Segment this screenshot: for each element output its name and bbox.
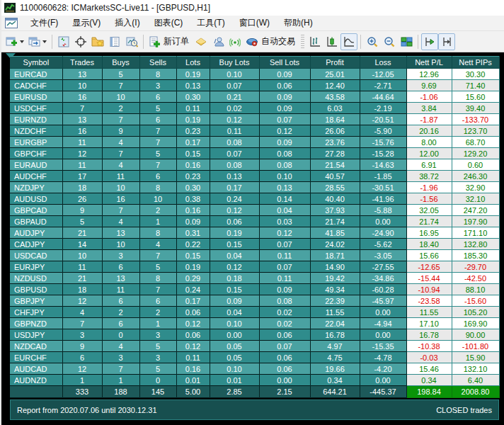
value-cell: 17.10 <box>406 318 452 329</box>
col-symbol[interactable]: Symbol <box>10 57 62 69</box>
col-nett-pl[interactable]: Nett P/L <box>406 57 452 69</box>
new-order-button[interactable]: 新订单 <box>147 33 193 50</box>
value-cell: 0.16 <box>176 159 210 171</box>
table-row[interactable]: AUDCHF171160.230.130.1040.57-1.8538.7224… <box>10 171 499 182</box>
value-cell: 0.07 <box>210 148 259 159</box>
value-cell: 22.39 <box>310 295 360 307</box>
table-row[interactable]: USDCHF7250.110.020.096.03-2.193.8439.40 <box>10 103 499 114</box>
table-row[interactable]: AUDUSD2616100.380.240.1440.40-41.96-1.56… <box>10 193 499 205</box>
value-cell: 38.72 <box>406 171 452 182</box>
value-cell: 0.02 <box>210 103 259 114</box>
community-button[interactable] <box>210 33 227 50</box>
navigator-button[interactable] <box>89 33 106 50</box>
table-row[interactable]: EURAUD11470.160.080.0821.54-14.636.910.6… <box>10 159 499 171</box>
col-lots[interactable]: Lots <box>176 57 210 69</box>
table-row[interactable]: GBPNZD7610.120.100.0222.04-4.9417.10169.… <box>10 318 499 329</box>
table-row[interactable]: CHFJPY4220.060.040.0211.550.0011.55105.2… <box>10 307 499 318</box>
menu-help[interactable]: 帮助(H) <box>277 16 320 30</box>
metaeditor-button[interactable] <box>193 33 210 50</box>
value-cell: 0.08 <box>210 159 259 171</box>
col-buy-lots[interactable]: Buy Lots <box>210 57 259 69</box>
table-row[interactable]: NZDCAD9450.120.050.074.97-15.35-10.38-10… <box>10 341 499 352</box>
menu-window[interactable]: 窗口(W) <box>232 16 277 30</box>
value-cell: 9.69 <box>406 80 452 91</box>
table-row[interactable]: EURNZD13760.190.120.0718.64-20.51-1.87-1… <box>10 114 499 125</box>
table-row[interactable]: USDJPY3030.060.000.0616.780.0016.7890.00 <box>10 329 499 341</box>
value-cell: 4.75 <box>310 352 360 363</box>
col-profit[interactable]: Profit <box>310 57 360 69</box>
zoom-out-button[interactable] <box>381 33 398 50</box>
table-row[interactable]: GBPCHF12750.150.070.0827.28-15.2812.0012… <box>10 148 499 159</box>
signals-button[interactable] <box>227 33 244 50</box>
col-loss[interactable]: Loss <box>360 57 406 69</box>
profiles-button[interactable] <box>26 33 49 50</box>
line-chart-button[interactable] <box>340 33 357 50</box>
value-cell: -34.86 <box>360 273 406 284</box>
table-row[interactable]: USDCAD10370.150.040.1118.71-3.0515.66185… <box>10 250 499 261</box>
value-cell: -42.50 <box>452 273 499 284</box>
table-row[interactable]: EURUSD161060.300.210.0943.58-44.64-1.061… <box>10 91 499 103</box>
table-row[interactable]: CADCHF10730.130.070.0612.40-2.719.6971.4… <box>10 80 499 91</box>
value-cell: 6.03 <box>310 103 360 114</box>
value-cell: -4.20 <box>360 363 406 375</box>
table-row[interactable]: CADJPY141040.220.150.0724.02-5.6218.4013… <box>10 239 499 250</box>
table-row[interactable]: GBPUSD181170.240.150.0949.34-60.28-10.94… <box>10 284 499 295</box>
value-cell: 0.04 <box>210 307 259 318</box>
col-sell-lots[interactable]: Sell Lots <box>259 57 310 69</box>
totals-row: 3331881455.002.852.15644.21-445.37198.84… <box>10 386 499 398</box>
table-row[interactable]: EURGBP11470.170.080.0923.76-15.768.0068.… <box>10 137 499 148</box>
menu-tools[interactable]: 工具(T) <box>190 16 231 30</box>
statistics-panel: Symbol Trades Buys Sells Lots Buy Lots S… <box>10 56 499 420</box>
col-trades[interactable]: Trades <box>62 57 102 69</box>
table-row[interactable]: EURJPY11650.190.120.0714.90-27.55-12.65-… <box>10 261 499 273</box>
table-row[interactable]: AUDJPY211380.310.190.1241.85-24.9016.951… <box>10 227 499 239</box>
zoom-in-button[interactable] <box>364 33 381 50</box>
terminal-button[interactable] <box>106 33 123 50</box>
candle-chart-button[interactable] <box>323 33 340 50</box>
table-row[interactable]: AUDCAD12750.160.100.0619.66-4.2015.46132… <box>10 363 499 375</box>
menu-charts[interactable]: 图表(C) <box>147 16 190 30</box>
value-cell: 1 <box>102 375 139 386</box>
tile-windows-button[interactable] <box>398 33 415 50</box>
autoscroll-button[interactable] <box>421 33 438 50</box>
value-cell: 18.64 <box>310 114 360 125</box>
autotrade-button[interactable]: 自动交易 <box>244 33 299 50</box>
value-cell: -133.70 <box>452 114 499 125</box>
table-row[interactable]: NZDUSD211380.290.180.1119.42-34.86-15.44… <box>10 273 499 284</box>
menu-insert[interactable]: 插入(I) <box>108 16 147 30</box>
table-row[interactable]: GBPJPY12660.170.090.0822.39-45.97-23.58-… <box>10 295 499 307</box>
menu-file[interactable]: 文件(F) <box>23 16 65 30</box>
col-nett-pips[interactable]: Nett PIPs <box>452 57 499 69</box>
table-row[interactable]: AUDNZD1100.010.010.000.340.000.346.40 <box>10 375 499 386</box>
zoom-in-icon <box>367 36 378 47</box>
value-cell: -60.28 <box>360 284 406 295</box>
symbol-cell: AUDCHF <box>10 171 62 182</box>
value-cell: 0.10 <box>210 363 259 375</box>
value-cell: 4 <box>62 307 102 318</box>
value-cell: -1.56 <box>406 193 452 205</box>
table-row[interactable]: NZDJPY181080.300.170.1328.55-30.51-1.963… <box>10 182 499 193</box>
tester-button[interactable] <box>123 33 140 50</box>
market-watch-button[interactable] <box>55 33 72 50</box>
menu-view[interactable]: 显示(V) <box>65 16 108 30</box>
col-sells[interactable]: Sells <box>139 57 176 69</box>
value-cell: 0.04 <box>210 250 259 261</box>
col-buys[interactable]: Buys <box>102 57 139 69</box>
bar-chart-button[interactable] <box>307 33 323 50</box>
new-chart-button[interactable] <box>4 33 26 50</box>
value-cell: 0.11 <box>259 250 310 261</box>
value-cell: 3 <box>102 352 139 363</box>
value-cell: 12 <box>62 363 102 375</box>
value-cell: 32.90 <box>452 182 499 193</box>
table-row[interactable]: NZDCHF16970.230.110.1226.06-5.9020.16123… <box>10 125 499 137</box>
value-cell: 5 <box>139 261 176 273</box>
table-row[interactable]: GBPCAD9720.160.120.0437.93-5.8832.05247.… <box>10 205 499 216</box>
table-row[interactable]: EURCHF6330.110.050.064.75-4.78-0.0315.90 <box>10 352 499 363</box>
chart-shift-button[interactable] <box>438 33 455 50</box>
table-row[interactable]: GBPAUD5410.090.060.0321.740.0021.74197.9… <box>10 216 499 227</box>
table-row[interactable]: EURCAD13580.190.100.0925.01-12.0512.9630… <box>10 69 499 80</box>
value-cell: 197.90 <box>452 216 499 227</box>
toolbar-grip[interactable] <box>301 35 304 49</box>
crosshair-button[interactable] <box>72 33 89 50</box>
value-cell: 18 <box>62 284 102 295</box>
